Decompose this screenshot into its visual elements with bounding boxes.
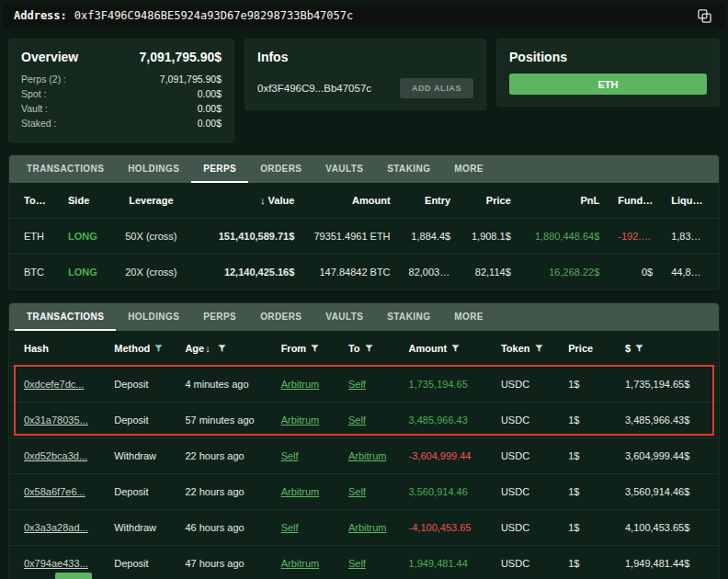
col-method[interactable]: Method [105,331,176,367]
col-entry: Entry [400,183,461,219]
col-to[interactable]: To [339,331,400,367]
short-address: 0xf3F496C9...Bb47057c [257,83,371,94]
tab-staking[interactable]: STAKING [375,303,442,331]
price-cell: 1,908.1$ [460,219,520,255]
hash-link[interactable]: 0xdcefe7dc... [24,379,84,390]
col-liquidation: Liquidation [662,183,719,219]
method-cell: Deposit [105,403,176,438]
tab-holdings[interactable]: HOLDINGS [116,155,191,183]
price-cell: 1$ [559,438,616,474]
amount-cell: 147.84842 BTC [303,255,399,290]
filter-icon[interactable] [365,344,373,353]
filter-icon[interactable] [451,344,460,353]
col-from[interactable]: From [272,331,339,367]
infos-title: Infos [257,50,288,64]
value-cell: 151,410,589.71$ [194,219,304,255]
spot-value: 0.00$ [198,86,222,101]
funding-cell: 0$ [609,255,662,290]
col-amount[interactable]: Amount [400,331,492,367]
amount-cell: -3,604,999.44 [400,438,492,474]
amount-cell: 1,735,194.65 [400,367,492,403]
col-token-label: Token [501,343,530,354]
to-link[interactable]: Arbitrum [348,450,387,461]
filter-icon[interactable] [535,344,543,353]
from-link[interactable]: Arbitrum [281,486,320,497]
filter-icon[interactable] [154,344,163,353]
to-link[interactable]: Arbitrum [348,522,387,533]
col-token[interactable]: Token [492,331,559,367]
liquidation-cell: 1,838.6$ [662,219,719,255]
hash-link[interactable]: 0x31a78035... [24,414,88,426]
to-link[interactable]: Self [348,379,366,390]
copy-icon[interactable] [694,6,714,26]
spot-label: Spot : [21,86,46,101]
to-link[interactable]: Self [348,414,366,426]
tab-staking[interactable]: STAKING [375,155,442,183]
token-cell: USDC [492,510,559,546]
from-link[interactable]: Arbitrum [281,379,320,390]
sort-desc-icon: ↓ [260,195,266,206]
to-link[interactable]: Self [348,486,366,497]
tab-holdings[interactable]: HOLDINGS [116,303,191,331]
method-cell: Withdraw [105,510,176,546]
overview-title: Overview [21,50,78,64]
col-amount-label: Amount [409,343,448,354]
perps-value: 7,091,795.90$ [160,72,222,86]
filter-icon[interactable] [635,344,643,353]
address-label: Address: [14,9,67,22]
funding-cell: -192.72$ [609,219,662,255]
transaction-row: 0xdcefe7dc... Deposit 4 minutes ago Arbi… [9,367,719,403]
amount-cell: 1,949,481.44 [400,546,492,579]
tab-perps[interactable]: PERPS [191,303,248,331]
method-cell: Deposit [105,474,176,510]
tab-transactions[interactable]: TRANSACTIONS [15,155,116,183]
col-price: Price [460,183,520,219]
tab-vaults[interactable]: VAULTS [313,303,375,331]
col-usd[interactable]: $ [616,331,719,367]
perps-panel: TRANSACTIONS HOLDINGS PERPS ORDERS VAULT… [8,154,720,290]
tab-more[interactable]: MORE [442,303,495,331]
hash-link[interactable]: 0xd52bca3d... [24,450,87,461]
tab-perps[interactable]: PERPS [191,155,248,183]
transactions-panel: TRANSACTIONS HOLDINGS PERPS ORDERS VAULT… [8,302,720,579]
hash-link[interactable]: 0x3a3a28ad... [24,522,88,533]
col-age[interactable]: Age↓ [176,331,271,367]
price-cell: 1$ [559,403,616,438]
from-link[interactable]: Arbitrum [281,414,320,426]
leverage-cell: 20X (cross) [108,255,194,290]
col-leverage: Leverage [108,183,194,219]
col-value[interactable]: ↓Value [194,183,304,219]
transaction-row: 0xd52bca3d... Withdraw 22 hours ago Self… [9,438,719,474]
filter-icon[interactable] [311,344,319,353]
address-bar: Address: 0xf3F496C9486BE5924a93D67e98298… [3,3,725,28]
col-hash: Hash [9,331,105,367]
overview-total: 7,091,795.90$ [139,50,222,64]
position-token-eth-button[interactable]: ETH [509,74,707,95]
hash-link[interactable]: 0x794ae433... [24,558,88,569]
staked-value: 0.00$ [198,116,222,131]
address-value: 0xf3F496C9486BE5924a93D67e98298733Bb4705… [74,9,353,22]
perps-row-eth: ETH LONG 50X (cross) 151,410,589.71$ 793… [9,219,719,255]
tab-vaults[interactable]: VAULTS [313,155,375,183]
from-link[interactable]: Self [281,522,299,533]
transactions-tabbar: TRANSACTIONS HOLDINGS PERPS ORDERS VAULT… [9,303,719,331]
age-cell: 22 hours ago [176,438,271,474]
add-alias-button[interactable]: ADD ALIAS [400,78,473,98]
method-cell: Deposit [105,367,176,403]
infos-card: Infos 0xf3F496C9...Bb47057c ADD ALIAS [245,39,486,110]
bottom-partial-green-widget[interactable] [55,573,92,579]
usd-cell: 1,949,481.44$ [616,546,719,579]
filter-icon[interactable] [218,344,226,353]
tab-more[interactable]: MORE [442,155,495,183]
tab-orders[interactable]: ORDERS [248,155,313,183]
amount-cell: 3,485,966.43 [400,403,492,438]
vault-label: Vault : [21,101,48,116]
from-link[interactable]: Arbitrum [281,558,320,569]
hash-link[interactable]: 0x58a6f7e6... [24,486,85,497]
method-cell: Withdraw [105,438,176,474]
tab-transactions[interactable]: TRANSACTIONS [15,303,116,331]
from-link[interactable]: Self [281,450,299,461]
perps-label: Perps (2) : [21,72,66,86]
to-link[interactable]: Self [348,558,366,569]
tab-orders[interactable]: ORDERS [248,303,313,331]
